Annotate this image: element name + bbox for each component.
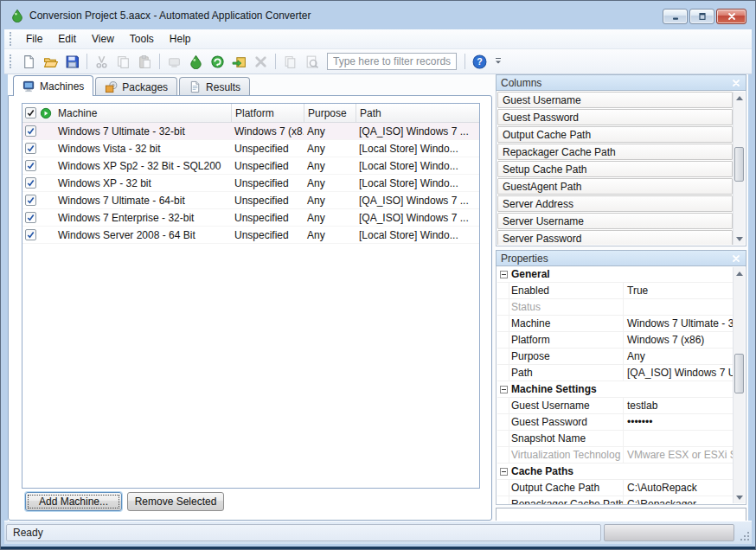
property-row[interactable]: Snapshot Name [497, 431, 733, 447]
property-category[interactable]: General [497, 266, 733, 283]
property-value[interactable]: C:\Repackager [624, 496, 733, 504]
package-button[interactable] [186, 52, 206, 71]
table-row[interactable]: Windows XP Sp2 - 32 Bit - SQL200Unspecif… [22, 157, 479, 175]
menu-file[interactable]: File [18, 30, 50, 48]
table-row[interactable]: Windows XP - 32 bitUnspecifiedAny[Local … [22, 175, 479, 192]
property-value[interactable]: Windows 7 Ultimate - 3 [624, 316, 733, 331]
property-value[interactable]: Windows 7 (x86) [624, 332, 733, 348]
remove-selected-button[interactable]: Remove Selected [127, 492, 224, 511]
toolbar-grip-handle[interactable] [10, 54, 13, 68]
property-value[interactable]: [QA_ISO] Windows 7 Ul [624, 365, 733, 381]
column-header-platform[interactable]: Platform [231, 104, 304, 122]
import-button[interactable] [229, 52, 249, 71]
property-row[interactable]: PurposeAny [497, 349, 733, 365]
scroll-down-icon[interactable] [734, 491, 745, 503]
properties-scrollbar[interactable] [733, 267, 745, 503]
collapse-icon[interactable] [500, 271, 508, 278]
column-item[interactable]: Repackager Cache Path [497, 144, 733, 160]
menu-tools[interactable]: Tools [122, 30, 162, 48]
property-row[interactable]: Path[QA_ISO] Windows 7 Ul [497, 365, 733, 381]
column-item[interactable]: Setup Cache Path [497, 161, 733, 177]
resize-grip[interactable] [739, 530, 749, 540]
columns-scrollbar[interactable] [733, 92, 745, 245]
tab-machines[interactable]: Machines [13, 75, 93, 96]
tab-packages[interactable]: Packages [95, 77, 177, 96]
maximize-button[interactable] [689, 9, 714, 24]
row-checkbox[interactable] [25, 229, 36, 240]
close-icon[interactable] [731, 253, 741, 264]
menu-help[interactable]: Help [162, 30, 199, 48]
column-item[interactable]: Guest Password [497, 109, 733, 125]
save-button[interactable] [62, 52, 82, 71]
column-item[interactable]: Server Username [497, 213, 733, 229]
table-row[interactable]: Windows 7 Ultimate - 32-bitWindows 7 (x8… [22, 123, 479, 140]
column-item[interactable]: Server Address [497, 195, 733, 212]
collapse-icon[interactable] [500, 386, 508, 393]
row-checkbox[interactable] [25, 177, 36, 189]
add-machine-button[interactable]: Add Machine... [25, 492, 122, 511]
property-value[interactable]: VMware ESX or ESXi Ser [624, 447, 733, 463]
table-row[interactable]: Windows Server 2008 - 64 BitUnspecifiedA… [22, 227, 479, 244]
column-item[interactable]: Guest Username [497, 92, 733, 108]
property-row[interactable]: Virtualization TechnologVMware ESX or ES… [497, 447, 733, 464]
column-header-machine[interactable]: Machine [54, 104, 231, 122]
close-icon[interactable] [731, 78, 741, 88]
row-checkbox[interactable] [25, 125, 36, 137]
property-category[interactable]: Machine Settings [497, 381, 733, 398]
property-value[interactable]: ••••••• [624, 414, 733, 430]
new-file-button[interactable] [19, 52, 39, 71]
property-value[interactable] [624, 431, 733, 446]
column-header-path[interactable]: Path [356, 104, 479, 122]
minimize-button[interactable] [663, 9, 688, 24]
column-item[interactable]: Server Password [497, 230, 733, 245]
menu-grip-handle[interactable] [10, 32, 13, 46]
property-category[interactable]: Cache Paths [497, 464, 733, 480]
scrollbar-thumb[interactable] [734, 147, 744, 182]
row-checkbox[interactable] [25, 212, 36, 223]
property-row[interactable]: EnabledTrue [497, 283, 733, 299]
toolbar-separator [86, 54, 87, 69]
open-button[interactable] [41, 52, 61, 71]
property-value[interactable]: Any [624, 349, 733, 364]
column-header-purpose[interactable]: Purpose [304, 104, 356, 122]
menu-view[interactable]: View [84, 30, 122, 48]
column-item[interactable]: GuestAgent Path [497, 178, 733, 195]
property-row[interactable]: MachineWindows 7 Ultimate - 3 [497, 316, 733, 332]
property-row[interactable]: Output Cache PathC:\AutoRepack [497, 480, 733, 496]
check-icon [26, 108, 35, 118]
table-row[interactable]: Windows Vista - 32 bitUnspecifiedAny[Loc… [22, 140, 479, 157]
scroll-down-icon[interactable] [734, 233, 745, 245]
scroll-up-icon[interactable] [734, 267, 745, 279]
machine-table-header[interactable]: Machine Platform Purpose Path [22, 104, 479, 123]
table-row[interactable]: Windows 7 Enterprise - 32-bitUnspecified… [22, 209, 479, 227]
run-button[interactable] [208, 52, 227, 71]
row-checkbox[interactable] [25, 143, 36, 154]
property-value[interactable] [624, 299, 733, 315]
help-button[interactable]: ? [470, 52, 490, 71]
property-row[interactable]: Status [497, 299, 733, 316]
scrollbar-thumb[interactable] [734, 354, 744, 393]
table-row[interactable]: Windows 7 Ultimate - 64-bitUnspecifiedAn… [22, 192, 479, 209]
property-row[interactable]: PlatformWindows 7 (x86) [497, 332, 733, 349]
filter-records-input[interactable] [327, 53, 457, 70]
row-checkbox[interactable] [25, 195, 36, 206]
tab-results[interactable]: Results [179, 77, 250, 96]
property-value[interactable]: True [624, 283, 733, 298]
property-value[interactable]: C:\AutoRepack [624, 480, 733, 496]
row-checkbox[interactable] [25, 160, 36, 171]
toolbar-separator [275, 54, 276, 69]
menu-edit[interactable]: Edit [50, 30, 84, 48]
report-icon [283, 54, 298, 69]
scroll-up-icon[interactable] [734, 92, 745, 104]
property-row[interactable]: Guest Usernametestlab [497, 398, 733, 414]
select-all-checkbox[interactable] [25, 107, 36, 118]
collapse-icon[interactable] [500, 468, 508, 476]
toolbar-overflow-button[interactable] [492, 52, 503, 71]
property-row[interactable]: Guest Password••••••• [497, 414, 733, 431]
property-label: Path [509, 365, 624, 381]
property-value[interactable]: testlab [624, 398, 733, 413]
tab-label: Machines [40, 80, 84, 93]
close-button[interactable] [716, 9, 746, 24]
property-row[interactable]: Repackager Cache PathC:\Repackager [497, 496, 733, 504]
column-item[interactable]: Output Cache Path [497, 126, 733, 143]
